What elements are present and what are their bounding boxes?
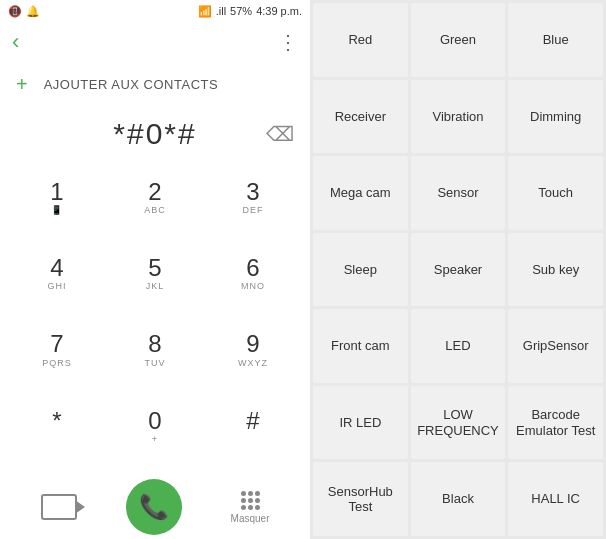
status-right: 📶 .ill 57% 4:39 p.m. xyxy=(198,5,302,18)
key-0-main: 0 xyxy=(148,408,161,434)
wifi-icon: 📶 xyxy=(198,5,212,18)
key-1-sub: 📱 xyxy=(51,205,63,217)
test-btn-sensor[interactable]: Sensor xyxy=(411,156,506,230)
add-contact-icon: + xyxy=(16,73,28,96)
test-btn-touch[interactable]: Touch xyxy=(508,156,603,230)
key-3-sub: DEF xyxy=(243,205,264,217)
key-0-sub: + xyxy=(152,434,158,446)
key-2[interactable]: 2 ABC xyxy=(106,166,204,230)
dot xyxy=(241,505,246,510)
keypad: 1 📱 2 ABC 3 DEF 4 GHI 5 JKL 6 MNO 7 PQRS xyxy=(0,162,310,475)
key-7[interactable]: 7 PQRS xyxy=(8,319,106,383)
dot xyxy=(241,491,246,496)
clock: 4:39 p.m. xyxy=(256,5,302,17)
key-2-main: 2 xyxy=(148,179,161,205)
android-icons: 🔔 xyxy=(26,5,40,18)
test-btn-red[interactable]: Red xyxy=(313,3,408,77)
grid-dots xyxy=(241,491,260,510)
top-bar: ‹ ⋮ xyxy=(0,22,310,62)
key-8-sub: TUV xyxy=(145,358,166,370)
more-options-button[interactable]: ⋮ xyxy=(278,30,298,54)
test-btn-low-frequency[interactable]: LOW FREQUENCY xyxy=(411,386,506,460)
test-btn-sleep[interactable]: Sleep xyxy=(313,233,408,307)
notification-icons: 📵 xyxy=(8,5,22,18)
test-btn-dimming[interactable]: Dimming xyxy=(508,80,603,154)
key-hash-main: # xyxy=(246,408,259,434)
test-btn-ir-led[interactable]: IR LED xyxy=(313,386,408,460)
add-contact-bar[interactable]: + AJOUTER AUX CONTACTS xyxy=(0,62,310,106)
test-btn-blue[interactable]: Blue xyxy=(508,3,603,77)
dialer-number: *#0*# xyxy=(16,117,294,151)
key-2-sub: ABC xyxy=(144,205,166,217)
add-contact-label: AJOUTER AUX CONTACTS xyxy=(44,77,218,92)
key-9[interactable]: 9 WXYZ xyxy=(204,319,302,383)
dot xyxy=(248,498,253,503)
key-0[interactable]: 0 + xyxy=(106,395,204,459)
dot xyxy=(241,498,246,503)
battery-level: 57% xyxy=(230,5,252,17)
dot xyxy=(248,491,253,496)
key-3[interactable]: 3 DEF xyxy=(204,166,302,230)
test-btn-sensorhub-test[interactable]: SensorHub Test xyxy=(313,462,408,536)
dot xyxy=(255,498,260,503)
key-8-main: 8 xyxy=(148,331,161,357)
test-btn-green[interactable]: Green xyxy=(411,3,506,77)
key-4-main: 4 xyxy=(50,255,63,281)
key-6-main: 6 xyxy=(246,255,259,281)
key-7-main: 7 xyxy=(50,331,63,357)
test-btn-sub-key[interactable]: Sub key xyxy=(508,233,603,307)
key-5-main: 5 xyxy=(148,255,161,281)
test-btn-gripsensor[interactable]: GripSensor xyxy=(508,309,603,383)
key-8[interactable]: 8 TUV xyxy=(106,319,204,383)
dialer-display: *#0*# ⌫ xyxy=(0,106,310,162)
grid-icon xyxy=(241,491,260,510)
call-button[interactable]: 📞 xyxy=(126,479,182,535)
key-9-main: 9 xyxy=(246,331,259,357)
back-button[interactable]: ‹ xyxy=(12,29,19,55)
dot xyxy=(255,491,260,496)
test-btn-mega-cam[interactable]: Mega cam xyxy=(313,156,408,230)
key-4[interactable]: 4 GHI xyxy=(8,242,106,306)
test-btn-vibration[interactable]: Vibration xyxy=(411,80,506,154)
hide-keypad-button[interactable]: Masquer xyxy=(231,491,270,524)
hide-keypad-label: Masquer xyxy=(231,513,270,524)
video-icon xyxy=(41,494,77,520)
bottom-actions: 📞 Masquer xyxy=(0,475,310,539)
test-btn-front-cam[interactable]: Front cam xyxy=(313,309,408,383)
test-btn-hall-ic[interactable]: HALL IC xyxy=(508,462,603,536)
test-buttons-panel: RedGreenBlueReceiverVibrationDimmingMega… xyxy=(310,0,606,539)
status-bar: 📵 🔔 📶 .ill 57% 4:39 p.m. xyxy=(0,0,310,22)
key-5-sub: JKL xyxy=(146,281,165,293)
key-3-main: 3 xyxy=(246,179,259,205)
dot xyxy=(255,505,260,510)
test-btn-speaker[interactable]: Speaker xyxy=(411,233,506,307)
phone-icon: 📞 xyxy=(139,493,169,521)
key-5[interactable]: 5 JKL xyxy=(106,242,204,306)
key-star[interactable]: * xyxy=(8,395,106,459)
phone-dialer-panel: 📵 🔔 📶 .ill 57% 4:39 p.m. ‹ ⋮ + AJOUTER A… xyxy=(0,0,310,539)
test-btn-barcode-emulator-test[interactable]: Barcode Emulator Test xyxy=(508,386,603,460)
test-btn-black[interactable]: Black xyxy=(411,462,506,536)
video-call-button[interactable] xyxy=(41,494,77,520)
test-btn-led[interactable]: LED xyxy=(411,309,506,383)
key-4-sub: GHI xyxy=(47,281,66,293)
key-9-sub: WXYZ xyxy=(238,358,268,370)
backspace-button[interactable]: ⌫ xyxy=(266,122,294,146)
key-1-main: 1 xyxy=(50,179,63,205)
key-6[interactable]: 6 MNO xyxy=(204,242,302,306)
key-star-main: * xyxy=(52,408,61,434)
key-7-sub: PQRS xyxy=(42,358,72,370)
signal-icon: .ill xyxy=(216,5,226,17)
test-btn-receiver[interactable]: Receiver xyxy=(313,80,408,154)
dot xyxy=(248,505,253,510)
key-1[interactable]: 1 📱 xyxy=(8,166,106,230)
key-hash[interactable]: # xyxy=(204,395,302,459)
status-left: 📵 🔔 xyxy=(8,5,40,18)
key-6-sub: MNO xyxy=(241,281,265,293)
